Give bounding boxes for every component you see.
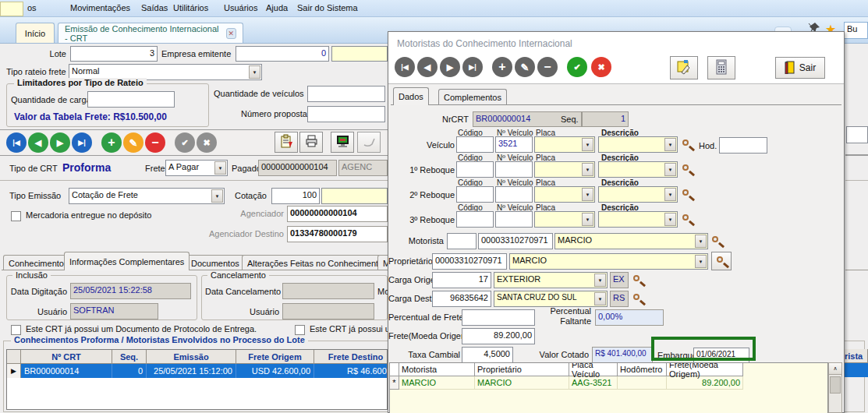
tab-close-icon[interactable]: ✕ [226,28,236,39]
reboque2-nrveiculo-input[interactable] [495,186,533,203]
dlg-grid-cell-placa[interactable]: AAG-3521 [569,376,618,390]
tab-conhecimento[interactable]: Conhecimento [3,255,69,270]
carga-origem-combo[interactable]: EXTERIOR▼ [494,272,608,288]
proprietario-doc-input[interactable]: 00003310270971 [432,253,507,270]
protocolo-checkbox[interactable] [11,325,21,335]
reboque3-placa-combo[interactable]: ▼ [534,211,595,228]
dropdown-arrow-icon[interactable]: ▼ [249,65,260,79]
carga-origem-search-icon[interactable] [633,275,645,287]
dlg-grid-header-motorista[interactable]: Motorista [399,363,475,376]
dlg-nav-next-disabled[interactable]: ▶ [440,57,460,77]
menu-item-clipped[interactable]: os [27,3,37,12]
num-proposta-input[interactable] [307,106,385,122]
veiculo-search-icon[interactable] [682,139,694,151]
menu-item-sair-do-sistema[interactable]: Sair do Sistema [297,3,358,12]
veiculo-codigo-input[interactable] [456,136,494,153]
delete-button[interactable]: − [145,132,165,153]
nav-next-button[interactable]: ▶ [50,132,70,153]
dlg-grid-scrollbar[interactable]: ∧ [828,362,842,413]
qtd-veiculos-input[interactable] [307,86,385,102]
reboque2-placa-combo[interactable]: ▼ [534,186,595,203]
scroll-thumb[interactable] [830,376,841,394]
carga-destino-search-icon[interactable] [633,294,645,305]
reboque3-nrveiculo-input[interactable] [495,211,533,228]
tab-inicio[interactable]: Início [16,23,55,43]
scroll-up-button[interactable]: ∧ [829,363,841,375]
grid-cell-emissao[interactable]: 25/05/2021 15:12:00 [147,364,236,378]
proprietario-nome-combo[interactable]: MARCIO▼ [509,253,708,270]
dropdown-arrow-icon[interactable]: ▼ [214,161,226,175]
tab-documentos[interactable]: Documentos [186,255,245,270]
grid-cell-nrcrt[interactable]: BR000000014 [21,364,112,378]
dlg-grid-header-proprietario[interactable]: Proprietário [475,363,569,376]
nav-last-button[interactable]: ▶| [72,132,92,153]
motorista-codigo-input[interactable] [447,233,477,249]
dlg-grid-header-placa[interactable]: Placa Veículo [569,363,618,376]
nav-prev-button[interactable]: ◀ [28,132,48,153]
dlg-delete-disabled[interactable]: − [537,57,558,77]
reboque1-search-icon[interactable] [682,164,694,176]
veiculo-nrveiculo-input[interactable]: 3521 [495,136,533,153]
confirm-button-disabled[interactable]: ✔ [175,132,195,153]
veiculo-placa-combo[interactable]: ▼ [534,136,595,153]
dlg-add-disabled[interactable]: + [492,57,512,77]
menu-item-ajuda[interactable]: Ajuda [266,3,288,12]
percentual-frete-input[interactable] [462,309,535,326]
dlg-grid-cell-motorista[interactable]: MARCIO [399,376,475,390]
dlg-nav-prev-disabled[interactable]: ◀ [417,57,438,77]
tab-informacoes-complementares[interactable]: Informações Complementares [64,252,190,270]
grid-header-frete-origem[interactable]: Frete Origem [236,350,314,364]
dlg-grid-header-hodometro[interactable]: Hodômetro [618,363,667,376]
carga-destino-combo[interactable]: SANTA CRUZ DO SUL▼ [494,291,608,307]
empresa-emitente-desc-field[interactable] [331,46,388,62]
reboque2-search-icon[interactable] [682,189,694,201]
menu-item-saidas[interactable]: Saídas [141,3,168,12]
grid-header-emissao[interactable]: Emissão [147,350,236,364]
reboque1-placa-combo[interactable]: ▼ [534,161,595,178]
carga-destino-codigo-input[interactable]: 96835642 [432,291,491,307]
carga-origem-codigo-input[interactable]: 17 [432,272,491,288]
hod-input[interactable] [719,137,767,154]
reboque3-codigo-input[interactable] [456,211,494,228]
cancel-button-disabled[interactable]: ✖ [197,132,217,153]
grid-header-nrcrt[interactable]: Nº CRT [21,350,112,364]
grid-cell-frete-destino[interactable]: R$ 46.600,0 [314,364,388,378]
motorista-doc-input[interactable]: 00003310270971 [478,233,553,249]
dlg-tab-complementos[interactable]: Complementos [438,89,507,105]
tipo-emissao-combo[interactable]: Cotação de Frete▼ [69,188,225,204]
tab-alteracoes[interactable]: Alterações Feitas no Conhecimento [242,255,388,270]
reboque2-codigo-input[interactable] [456,186,494,203]
dropdown-arrow-icon[interactable]: ▼ [211,189,223,203]
grid-cell-frete-origem[interactable]: USD 42.600,00 [236,364,314,378]
dlg-grid-cell-frete[interactable]: 89.200,00 [667,376,743,390]
dlg-tab-dados[interactable]: Dados [393,87,429,105]
grid-header-frete-destino[interactable]: Frete Destino [314,350,388,364]
dlg-cancel-button[interactable]: ✖ [591,57,611,77]
cotacao-desc-field[interactable] [321,188,388,204]
menu-item-utilitarios[interactable]: Utilitários [173,3,208,12]
nav-first-button[interactable]: |◀ [6,132,27,153]
grid-header-seq[interactable]: Seq. [112,350,147,364]
veiculo-descricao-combo[interactable]: ▼ [598,136,678,153]
sign-button-disabled[interactable] [357,132,381,153]
dlg-nav-last-disabled[interactable]: ▶| [462,57,483,77]
print-button[interactable] [299,132,323,153]
reboque3-search-icon[interactable] [682,214,694,226]
reboque1-descricao-combo[interactable]: ▼ [598,161,678,178]
dlg-sair-button[interactable]: Sair [775,57,825,79]
grid-cell-seq[interactable]: 0 [112,364,147,378]
empresa-emitente-input[interactable]: 0 [236,46,329,62]
motorista-search-icon[interactable] [712,236,724,248]
add-button[interactable]: + [101,132,122,153]
reboque2-descricao-combo[interactable]: ▼ [598,186,678,203]
report-button[interactable] [275,132,298,153]
crt-possui-checkbox[interactable] [295,325,305,335]
lote-input[interactable]: 3 [70,46,158,62]
frete-moeda-input[interactable]: 89.200,00 [462,328,535,344]
mercadoria-checkbox[interactable] [11,211,21,221]
proprietario-search-button[interactable] [711,252,732,270]
reboque1-codigo-input[interactable] [456,161,494,178]
dlg-nav-first-disabled[interactable]: |◀ [395,57,415,77]
reboque1-nrveiculo-input[interactable] [495,161,533,178]
motorista-nome-combo[interactable]: MARCIO▼ [554,233,708,249]
